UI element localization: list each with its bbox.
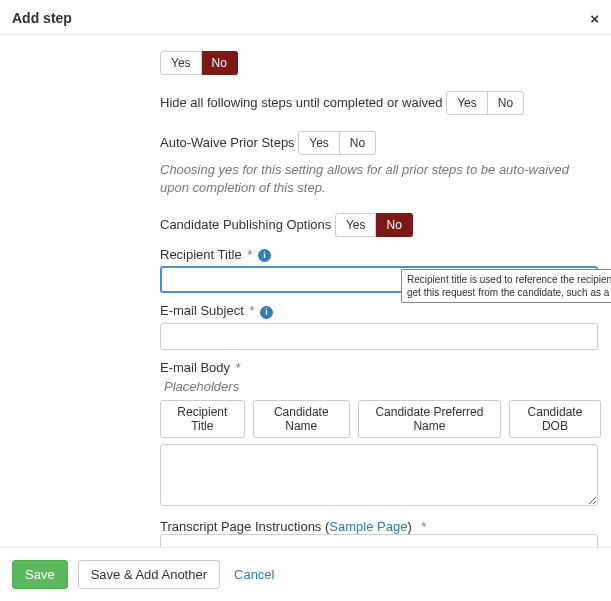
close-icon[interactable]: × [590, 11, 599, 26]
autowaive-group: Auto-Waive Prior Steps Yes No Choosing y… [160, 125, 601, 197]
modal-title: Add step [12, 10, 72, 26]
ph-candidate-dob-button[interactable]: Candidate DOB [509, 400, 601, 438]
transcript-instr-textarea[interactable] [160, 534, 598, 548]
transcript-instr-label-pre: Transcript Page Instructions ( [160, 519, 329, 534]
email-body-group: E-mail Body * Placeholders Recipient Tit… [160, 360, 601, 509]
hide-steps-group: Hide all following steps until completed… [160, 85, 601, 115]
form-inner: Yes No Hide all following steps until co… [160, 35, 611, 547]
info-icon[interactable]: i [260, 306, 273, 319]
required-asterisk: * [249, 303, 254, 318]
email-body-textarea[interactable] [160, 444, 598, 506]
placeholder-buttons-row: Recipient Title Candidate Name Candidate… [160, 400, 601, 438]
recipient-title-group: Recipient Title * i Recipient title is u… [160, 247, 601, 293]
required-asterisk: * [236, 360, 241, 375]
save-button[interactable]: Save [12, 560, 68, 589]
recipient-title-tooltip: Recipient title is used to reference the… [401, 269, 611, 303]
modal-header: Add step × [0, 0, 611, 35]
modal-footer: Save Save & Add Another Cancel [0, 547, 611, 601]
add-step-modal: Add step × Yes No Hide all following ste… [0, 0, 611, 601]
autowaive-helper-text: Choosing yes for this setting allows for… [160, 161, 601, 197]
autowaive-yes-button[interactable]: Yes [298, 131, 340, 155]
save-add-another-button[interactable]: Save & Add Another [78, 560, 220, 589]
hide-steps-label: Hide all following steps until completed… [160, 95, 443, 110]
email-subject-group: E-mail Subject * i [160, 303, 601, 349]
candidate-pub-label: Candidate Publishing Options [160, 217, 331, 232]
required-asterisk: * [421, 519, 426, 534]
email-subject-label: E-mail Subject [160, 303, 244, 318]
info-icon[interactable]: i [258, 249, 271, 262]
candidate-pub-yes-button[interactable]: Yes [335, 213, 377, 237]
hide-no-button[interactable]: No [488, 91, 524, 115]
required-toggle: Yes No [160, 51, 238, 75]
transcript-instr-group: Transcript Page Instructions (Sample Pag… [160, 519, 601, 548]
required-field-group: Yes No [160, 35, 601, 75]
autowaive-no-button[interactable]: No [340, 131, 376, 155]
required-asterisk: * [247, 247, 252, 262]
ph-candidate-pref-name-button[interactable]: Candidate Preferred Name [358, 400, 501, 438]
required-label-cut [160, 35, 601, 39]
ph-recipient-title-button[interactable]: Recipient Title [160, 400, 245, 438]
sample-page-link[interactable]: Sample Page [329, 519, 407, 534]
candidate-pub-group: Candidate Publishing Options Yes No [160, 207, 601, 237]
modal-body: Yes No Hide all following steps until co… [0, 35, 611, 547]
hide-steps-toggle: Yes No [446, 91, 524, 115]
required-yes-button[interactable]: Yes [160, 51, 202, 75]
required-no-button[interactable]: No [202, 51, 238, 75]
candidate-pub-no-button[interactable]: No [376, 213, 412, 237]
email-body-label: E-mail Body [160, 360, 230, 375]
cancel-button[interactable]: Cancel [230, 561, 278, 588]
transcript-instr-label-post: ) [407, 519, 411, 534]
placeholders-subhead: Placeholders [160, 379, 601, 394]
recipient-title-label: Recipient Title [160, 247, 242, 262]
candidate-pub-toggle: Yes No [335, 213, 413, 237]
autowaive-toggle: Yes No [298, 131, 376, 155]
ph-candidate-name-button[interactable]: Candidate Name [253, 400, 350, 438]
email-subject-input[interactable] [160, 323, 598, 350]
hide-yes-button[interactable]: Yes [446, 91, 488, 115]
autowaive-label: Auto-Waive Prior Steps [160, 135, 295, 150]
